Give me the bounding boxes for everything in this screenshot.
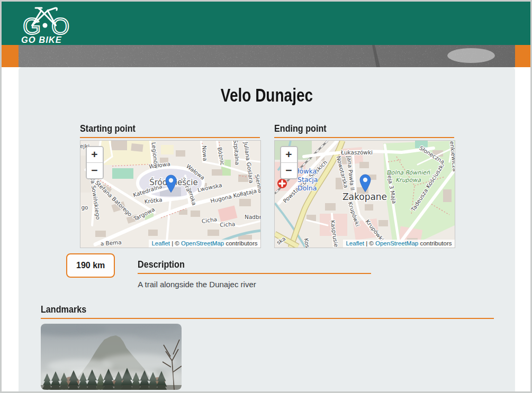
start-map-tiles: Wałowa Wałowa Legionów Nowa Bóżnic Szpit… (80, 141, 260, 248)
svg-text:Łukaszówki: Łukaszówki (340, 149, 373, 156)
landmarks-section: Landmarks (41, 304, 494, 390)
asphalt-texture-image (19, 45, 515, 67)
map-attribution: Leaflet | © OpenStreetMap contributors (149, 240, 260, 248)
route-page: Velo Dunajec Starting point (19, 67, 515, 393)
app-window: G O GO BIKE (0, 0, 532, 393)
route-info-row: 190 km Description A trail alongside the… (66, 253, 475, 289)
zoom-control: + − (280, 146, 298, 179)
description-section: Description A trail alongside the Dunaje… (138, 259, 371, 289)
svg-text:Dolna: Dolna (297, 184, 317, 192)
svg-text:Nowa: Nowa (201, 145, 208, 161)
zoom-control: + − (86, 146, 104, 179)
bicycle-logo-icon: G O GO BIKE (21, 4, 74, 44)
leaflet-link[interactable]: Leaflet (151, 240, 170, 246)
starting-point-heading: Starting point (80, 123, 260, 138)
hero-strip (2, 45, 530, 67)
end-map-tiles: Łukaszówki Nowotarska Powstańców Śląskic… (275, 141, 455, 248)
hero-accent-right (515, 45, 530, 67)
zoom-in-button[interactable]: + (87, 147, 103, 162)
zoom-out-button[interactable]: − (87, 162, 103, 178)
landmarks-heading: Landmarks (41, 304, 494, 319)
description-text: A trail alongside the Dunajec river (138, 280, 371, 289)
ending-point-heading: Ending point (274, 123, 454, 138)
app-header: G O GO BIKE (2, 2, 530, 45)
svg-text:Nadbr: Nadbr (245, 214, 260, 220)
pedal-hub (43, 23, 48, 28)
maps-row: Starting point (19, 123, 515, 248)
page-title: Velo Dunajec (19, 85, 515, 106)
medical-plus-icon (277, 179, 287, 188)
zoom-out-button[interactable]: − (281, 162, 297, 178)
starting-point-section: Starting point (80, 123, 260, 248)
svg-text:łówka: łówka (297, 167, 317, 175)
start-map[interactable]: Wałowa Wałowa Legionów Nowa Bóżnic Szpit… (80, 140, 261, 248)
go-bike-logo[interactable]: G O GO BIKE (21, 4, 74, 44)
end-map[interactable]: Łukaszówki Nowotarska Powstańców Śląskic… (274, 140, 455, 248)
ending-point-section: Ending point (274, 123, 454, 248)
svg-text:Stacja: Stacja (297, 176, 318, 184)
park-label-line1: Dolna Równień (386, 169, 430, 176)
hero-accent-left (2, 45, 19, 67)
mountain-photo-image (41, 324, 182, 390)
osm-link[interactable]: OpenStreetMap (375, 240, 418, 246)
distance-badge: 190 km (66, 253, 115, 278)
leaflet-link[interactable]: Leaflet (346, 240, 364, 246)
station-label: łówka Stacja Dolna (297, 167, 318, 192)
landmark-photo[interactable] (41, 324, 182, 390)
svg-text:Cicha: Cicha (219, 221, 235, 228)
park-label-line2: Krupowa (395, 177, 420, 184)
map-attribution: Leaflet | © OpenStreetMap contributors (343, 240, 454, 248)
place-label: Zakopane (342, 191, 386, 202)
zoom-in-button[interactable]: + (281, 147, 297, 162)
svg-text:go: go (81, 204, 88, 211)
description-heading: Description (138, 259, 371, 274)
osm-link[interactable]: OpenStreetMap (181, 240, 224, 246)
logo-wordmark: GO BIKE (21, 35, 62, 44)
